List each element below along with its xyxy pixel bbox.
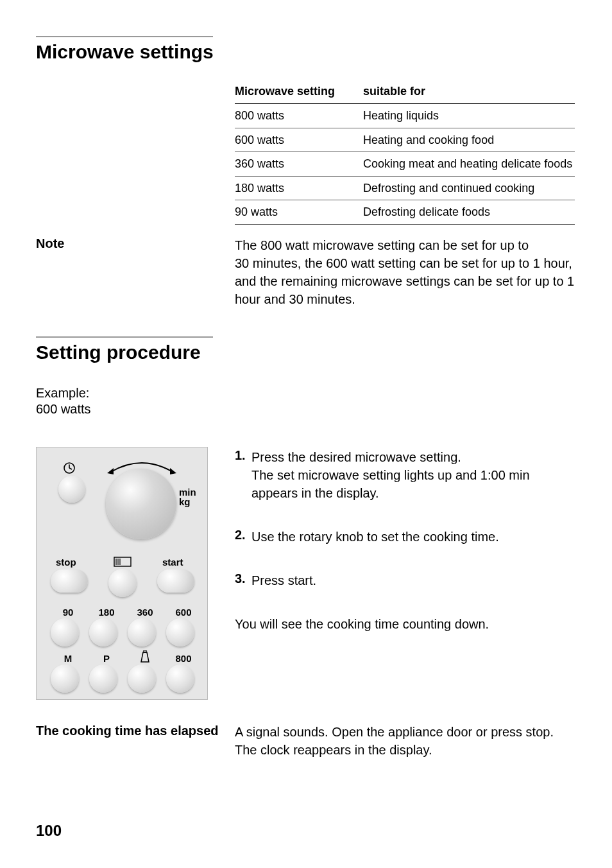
watt-180-label: 180 [90, 607, 123, 618]
cell-setting: 90 watts [235, 200, 363, 225]
start-button [157, 569, 194, 593]
cell-setting: 180 watts [235, 176, 363, 200]
elapsed-text: A signal sounds. Open the appliance door… [235, 723, 576, 759]
svg-rect-6 [144, 650, 146, 652]
watt-180-button [89, 618, 117, 647]
watt-360-button [128, 618, 156, 647]
elapsed-row: The cooking time has elapsed A signal so… [36, 723, 576, 759]
cell-use: Defrosting delicate foods [363, 200, 575, 225]
note-label: Note [36, 236, 235, 251]
step-text: Press the desired microwave setting. The… [251, 448, 576, 502]
note-row: Note The 800 watt microwave setting can … [36, 236, 576, 308]
table-row: 800 watts Heating liquids [235, 104, 575, 128]
weight-icon [129, 650, 161, 665]
section-microwave-settings: Microwave settings Microwave setting sui… [36, 36, 576, 308]
table-row: 90 watts Defrosting delicate foods [235, 200, 575, 225]
clock-button [58, 476, 85, 503]
stop-label: stop [56, 557, 76, 568]
memory-button [51, 664, 79, 693]
elapsed-label: The cooking time has elapsed [36, 723, 235, 759]
watt-90-label: 90 [52, 607, 84, 618]
table-row: 600 watts Heating and cooking food [235, 128, 575, 152]
col-header-setting: Microwave setting [235, 81, 363, 104]
control-panel-illustration: min kg stop start 90 180 [36, 447, 208, 700]
min-kg-label: min kg [179, 487, 196, 508]
step-3: 3. Press start. [235, 571, 576, 589]
program-label: P [90, 653, 123, 664]
min-label: min [179, 487, 196, 498]
svg-marker-4 [170, 468, 176, 474]
step-text: Use the rotary knob to set the cooking t… [251, 528, 499, 546]
page-number: 100 [36, 822, 62, 840]
svg-marker-3 [107, 468, 114, 474]
door-open-icon [114, 557, 132, 569]
cell-use: Heating liquids [363, 104, 575, 128]
example-value: 600 watts [36, 401, 576, 417]
step-1: 1. Press the desired microwave setting. … [235, 448, 576, 502]
example-block: Example: 600 watts [36, 385, 576, 417]
cell-use: Heating and cooking food [363, 128, 575, 152]
step-text: Press start. [251, 571, 316, 589]
settings-table: Microwave setting suitable for 800 watts… [235, 81, 575, 225]
table-row: 360 watts Cooking meat and heating delic… [235, 152, 575, 177]
start-label: start [162, 557, 183, 568]
step-number: 1. [235, 448, 251, 502]
table-row: 180 watts Defrosting and continued cooki… [235, 176, 575, 200]
stop-button [51, 569, 88, 593]
example-label: Example: [36, 385, 576, 401]
col-header-suitable: suitable for [363, 81, 575, 104]
procedure-row: min kg stop start 90 180 [36, 429, 576, 700]
watt-800-button [166, 664, 194, 693]
heading-microwave-settings: Microwave settings [36, 41, 576, 63]
after-steps-text: You will see the cooking time counting d… [235, 615, 576, 633]
step-2: 2. Use the rotary knob to set the cookin… [235, 528, 576, 546]
cell-use: Defrosting and continued cooking [363, 176, 575, 200]
cell-setting: 800 watts [235, 104, 363, 128]
memory-label: M [52, 653, 84, 664]
section-setting-procedure: Setting procedure Example: 600 watts [36, 336, 576, 759]
step-number: 2. [235, 528, 251, 546]
svg-rect-5 [114, 557, 131, 566]
cell-setting: 600 watts [235, 128, 363, 152]
watt-800-label: 800 [167, 653, 200, 664]
rotary-knob [106, 469, 176, 539]
rule [36, 336, 213, 338]
svg-line-2 [69, 468, 72, 469]
step-number: 3. [235, 571, 251, 589]
settings-table-wrap: Microwave setting suitable for 800 watts… [235, 81, 576, 225]
heading-setting-procedure: Setting procedure [36, 342, 576, 363]
kg-label: kg [179, 497, 196, 507]
rule [36, 36, 213, 37]
cell-setting: 360 watts [235, 152, 363, 177]
cell-use: Cooking meat and heating delicate foods [363, 152, 575, 177]
watt-600-label: 600 [167, 607, 200, 618]
door-button [108, 569, 137, 597]
program-button [89, 664, 117, 693]
watt-600-button [166, 618, 194, 647]
weight-button [128, 664, 156, 693]
note-text: The 800 watt microwave setting can be se… [235, 236, 576, 308]
watt-90-button [51, 618, 79, 647]
watt-360-label: 360 [129, 607, 161, 618]
clock-icon [63, 462, 76, 478]
